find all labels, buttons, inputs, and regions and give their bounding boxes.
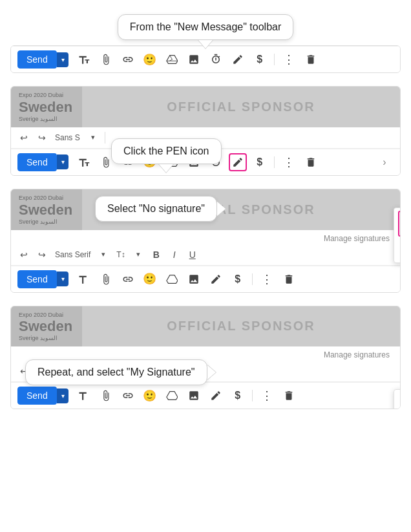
link-icon-4[interactable] bbox=[119, 387, 137, 405]
send-button-2[interactable]: Send bbox=[17, 153, 57, 171]
send-button[interactable]: Send bbox=[17, 50, 57, 69]
pen-icon-2[interactable] bbox=[229, 153, 247, 171]
chevron-down-icon: ▾ bbox=[61, 56, 65, 63]
photo-icon[interactable] bbox=[185, 50, 203, 69]
toolbar-section4: Send ▾ 🙂 $ ⋮ bbox=[11, 382, 400, 409]
pen-icon[interactable] bbox=[229, 50, 247, 69]
sponsor-right-2: OFFICIAL SPONSOR bbox=[82, 87, 400, 127]
italic-icon[interactable]: I bbox=[167, 247, 182, 262]
toolbar-section1: Send ▾ 🙂 $ ⋮ bbox=[11, 46, 400, 72]
format-text-icon[interactable] bbox=[75, 50, 93, 69]
send-dropdown-4[interactable]: ▾ bbox=[57, 388, 68, 403]
format-text-icon-2[interactable] bbox=[75, 153, 93, 171]
callout-toolbar: From the "New Message" toolbar bbox=[118, 14, 294, 40]
dollar-icon-3[interactable]: $ bbox=[229, 270, 247, 288]
section1: Send ▾ 🙂 $ ⋮ bbox=[10, 45, 401, 73]
callout-nosig-wrapper: Select "No signature" bbox=[95, 196, 217, 222]
more-vert-icon-3[interactable]: ⋮ bbox=[258, 270, 276, 288]
drive-icon-3[interactable] bbox=[163, 270, 181, 288]
emoji-icon-3[interactable]: 🙂 bbox=[141, 270, 159, 288]
section2: Expo 2020 Dubai Sweden Sverige السويد OF… bbox=[10, 86, 401, 176]
font-chevron-icon-3[interactable]: ▾ bbox=[96, 247, 111, 262]
my-signature-option[interactable]: My signature bbox=[394, 239, 401, 262]
format-bar-3: ↩ ↪ Sans Serif ▾ T↕ ▾ B I U bbox=[11, 244, 400, 266]
font-size-selector[interactable]: T↕ bbox=[114, 249, 127, 261]
photo-icon-3[interactable] bbox=[185, 270, 203, 288]
font-selector-3[interactable]: Sans Serif bbox=[52, 249, 93, 261]
attach-icon-4[interactable] bbox=[97, 387, 115, 405]
underline-icon[interactable]: U bbox=[185, 247, 200, 262]
email-body-2: Expo 2020 Dubai Sweden Sverige السويد OF… bbox=[11, 87, 400, 127]
photo-icon-4[interactable] bbox=[185, 387, 203, 405]
delete-icon-3[interactable] bbox=[280, 270, 298, 288]
sponsor-left-3: Expo 2020 Dubai Sweden Sverige السويد bbox=[11, 189, 82, 230]
link-icon[interactable] bbox=[119, 50, 137, 69]
redo-icon-3[interactable]: ↪ bbox=[34, 247, 50, 262]
toolbar-section3: Send ▾ 🙂 $ ⋮ bbox=[11, 266, 400, 292]
dollar-icon-2[interactable]: $ bbox=[251, 153, 269, 171]
pen-icon-4[interactable] bbox=[207, 387, 225, 405]
toolbar-separator bbox=[274, 54, 275, 65]
more-vert-icon[interactable]: ⋮ bbox=[280, 50, 298, 69]
callout-nosig: Select "No signature" bbox=[95, 196, 217, 222]
callout-pen-arrow bbox=[158, 164, 174, 173]
sponsor-block-2: Expo 2020 Dubai Sweden Sverige السويد OF… bbox=[11, 87, 400, 127]
email-body-4: Expo 2020 Dubai Sweden Sverige السويد OF… bbox=[11, 306, 400, 347]
chevron-down-icon-3: ▾ bbox=[61, 275, 65, 282]
send-dropdown[interactable]: ▾ bbox=[57, 52, 68, 67]
delete-icon-2[interactable] bbox=[302, 153, 320, 171]
font-selector[interactable]: Sans S bbox=[52, 132, 83, 144]
callout-mysig-wrapper: Repeat, and select "My Signature" bbox=[25, 359, 207, 385]
sponsor-block-4: Expo 2020 Dubai Sweden Sverige السويد OF… bbox=[11, 306, 400, 347]
pen-icon-3[interactable] bbox=[207, 270, 225, 288]
bold-icon[interactable]: B bbox=[149, 247, 164, 262]
send-dropdown-2[interactable]: ▾ bbox=[57, 154, 68, 169]
no-signature-option-4[interactable]: No signature bbox=[394, 390, 401, 409]
size-chevron-icon[interactable]: ▾ bbox=[131, 247, 146, 262]
delete-icon-4[interactable] bbox=[280, 387, 298, 405]
attach-icon-3[interactable] bbox=[97, 270, 115, 288]
section4: Expo 2020 Dubai Sweden Sverige السويد OF… bbox=[10, 306, 401, 410]
dollar-icon-4[interactable]: $ bbox=[229, 387, 247, 405]
callout-nosig-arrow bbox=[217, 201, 226, 217]
emoji-icon[interactable]: 🙂 bbox=[141, 50, 159, 69]
manage-signatures-link[interactable]: Manage signatures bbox=[324, 231, 395, 243]
signature-menu-4: No signature ✓ My signature bbox=[394, 389, 401, 409]
drive-icon-4[interactable] bbox=[163, 387, 181, 405]
redo-icon[interactable]: ↪ bbox=[34, 130, 50, 145]
callout-mysig-arrow bbox=[207, 365, 216, 380]
more-vert-icon-2[interactable]: ⋮ bbox=[280, 153, 298, 171]
chevron-down-icon-4: ▾ bbox=[61, 392, 65, 399]
format-text-icon-3[interactable] bbox=[75, 270, 93, 288]
font-chevron-icon[interactable]: ▾ bbox=[85, 130, 101, 145]
callout-mysig: Repeat, and select "My Signature" bbox=[25, 359, 207, 385]
link-icon-3[interactable] bbox=[119, 270, 137, 288]
callout-pen-wrapper: Click the PEN icon bbox=[111, 138, 222, 164]
manage-signatures-link-4[interactable]: Manage signatures bbox=[324, 348, 395, 359]
timer-icon[interactable] bbox=[207, 50, 225, 69]
chevron-down-icon-2: ▾ bbox=[61, 158, 65, 165]
no-signature-option[interactable]: No signature bbox=[398, 211, 401, 237]
format-text-icon-4[interactable] bbox=[75, 387, 93, 405]
sponsor-left-4: Expo 2020 Dubai Sweden Sverige السويد bbox=[11, 306, 82, 347]
drive-icon[interactable] bbox=[163, 50, 181, 69]
more-vert-icon-4[interactable]: ⋮ bbox=[258, 387, 276, 405]
undo-icon[interactable]: ↩ bbox=[16, 130, 32, 145]
emoji-icon-4[interactable]: 🙂 bbox=[141, 387, 159, 405]
callout-arrow bbox=[198, 40, 213, 49]
dollar-icon[interactable]: $ bbox=[251, 50, 269, 69]
undo-icon-3[interactable]: ↩ bbox=[16, 247, 32, 262]
sponsor-right-4: OFFICIAL SPONSOR bbox=[82, 306, 400, 347]
send-button-3[interactable]: Send bbox=[17, 270, 57, 288]
attach-icon[interactable] bbox=[97, 50, 115, 69]
sponsor-left-2: Expo 2020 Dubai Sweden Sverige السويد bbox=[11, 87, 82, 127]
delete-icon[interactable] bbox=[302, 50, 320, 69]
signature-menu: No signature My signature bbox=[394, 207, 401, 263]
send-button-4[interactable]: Send bbox=[17, 387, 57, 405]
section3: Expo 2020 Dubai Sweden Sverige السويد OF… bbox=[10, 189, 401, 293]
send-dropdown-3[interactable]: ▾ bbox=[57, 271, 68, 286]
callout-pen: Click the PEN icon bbox=[111, 138, 222, 164]
expand-icon[interactable]: › bbox=[375, 153, 394, 171]
